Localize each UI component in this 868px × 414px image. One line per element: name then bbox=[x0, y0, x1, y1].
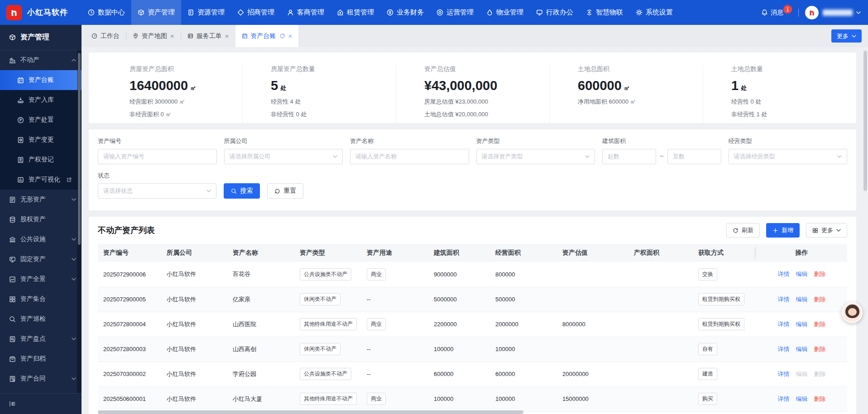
doc-refresh-icon bbox=[17, 137, 24, 143]
build-area-max-input[interactable]: 至数 bbox=[667, 149, 721, 164]
nav-administration[interactable]: 行政办公 bbox=[530, 0, 580, 25]
clock-icon bbox=[88, 9, 95, 16]
nav-business-finance[interactable]: 业务财务 bbox=[380, 0, 430, 25]
nav-asset-management[interactable]: 资产管理 bbox=[131, 0, 181, 25]
sidebar-item-asset-inspection[interactable]: 资产巡检 bbox=[0, 309, 82, 329]
nav-customer-management[interactable]: 客商管理 bbox=[281, 0, 331, 25]
sidebar-item-asset-stocktake[interactable]: 资产盘点 bbox=[0, 329, 82, 349]
detail-link[interactable]: 详情 bbox=[778, 271, 790, 277]
sidebar-item-asset-collection[interactable]: 资产集合 bbox=[0, 289, 82, 309]
delete-link[interactable]: 删除 bbox=[814, 395, 826, 402]
search-button[interactable]: 搜索 bbox=[224, 183, 260, 199]
close-tab-icon[interactable]: × bbox=[288, 33, 293, 39]
coin-icon bbox=[387, 9, 393, 16]
sidebar-item-property-registration[interactable]: 产权登记 bbox=[0, 150, 82, 170]
grid-icon bbox=[812, 228, 818, 233]
detail-link[interactable]: 详情 bbox=[778, 321, 790, 328]
clipboard-search-icon bbox=[9, 336, 16, 343]
username-redacted[interactable] bbox=[823, 10, 853, 16]
tab-workbench[interactable]: 工作台 bbox=[85, 25, 126, 47]
user-menu-caret-icon[interactable] bbox=[856, 11, 861, 14]
asset-name-input[interactable]: 请输入资产名称 bbox=[350, 149, 469, 164]
reset-button[interactable]: 重置 bbox=[267, 183, 303, 199]
operation-type-select[interactable]: 请选择经营类型 bbox=[729, 149, 848, 164]
delete-link[interactable]: 删除 bbox=[814, 321, 826, 328]
sidebar-item-equity-assets[interactable]: 股权资产 bbox=[0, 209, 82, 229]
edit-link[interactable]: 编辑 bbox=[796, 395, 808, 402]
stats-panel: 房屋资产总面积 16400000㎡ 经营面积 3000000 ㎡ 非经营面积 0… bbox=[89, 52, 856, 123]
sidebar-scrollbar-thumb[interactable] bbox=[78, 53, 81, 245]
sidebar-item-asset-disposal[interactable]: 资产处置 bbox=[0, 110, 82, 130]
tab-asset-ledger[interactable]: 资产台账 × bbox=[235, 25, 299, 47]
table-row: 2025072800003 小红马软件 山西高创 休闲类不动产 -- 10000… bbox=[98, 337, 847, 362]
sidebar-item-asset-ledger[interactable]: 资产台账 bbox=[0, 70, 82, 90]
app-logo bbox=[6, 5, 22, 20]
nav-resource-management[interactable]: 资源管理 bbox=[181, 0, 231, 25]
chevron-up-icon bbox=[72, 59, 76, 62]
chevron-down-icon bbox=[585, 155, 590, 158]
messages-button[interactable]: 消息 1 bbox=[761, 9, 792, 17]
page-scrollbar-thumb[interactable] bbox=[863, 51, 867, 191]
table-row: 2025072900006 小红马软件 百花谷 公共设施类不动产 商业 9000… bbox=[98, 262, 847, 287]
plus-icon bbox=[772, 228, 778, 233]
tabbar-more-button[interactable]: 更多 bbox=[831, 29, 862, 43]
list-more-button[interactable]: 更多 bbox=[806, 223, 847, 238]
sidebar-item-asset-archive[interactable]: 资产归档 bbox=[0, 349, 82, 369]
sidebar-submenu-real-estate: 资产台账 资产入库 资产处置 资产变更 产权登记 资产可视化 bbox=[0, 70, 82, 190]
detail-link[interactable]: 详情 bbox=[778, 395, 790, 402]
sidebar-collapse-button[interactable] bbox=[0, 393, 82, 414]
company-select[interactable]: 请选择所属公司 bbox=[224, 149, 343, 164]
user-avatar[interactable] bbox=[805, 6, 819, 19]
refresh-tab-icon[interactable] bbox=[279, 33, 285, 39]
col-actions: 操作 bbox=[756, 244, 847, 262]
edit-link[interactable]: 编辑 bbox=[796, 271, 808, 277]
monitor-icon bbox=[536, 9, 543, 16]
edit-link[interactable]: 编辑 bbox=[796, 346, 808, 352]
edit-link[interactable]: 编辑 bbox=[796, 296, 808, 303]
edit-link[interactable]: 编辑 bbox=[796, 321, 808, 328]
close-tab-icon[interactable]: × bbox=[225, 33, 229, 39]
col-asset-type: 资产类型 bbox=[294, 244, 361, 262]
sidebar-scrollbar[interactable] bbox=[77, 50, 82, 393]
sidebar-item-fixed-assets[interactable]: 固定资产 bbox=[0, 249, 82, 269]
nav-investment-management[interactable]: 招商管理 bbox=[231, 0, 281, 25]
build-area-min-input[interactable]: 起数 bbox=[602, 149, 656, 164]
col-asset-name: 资产名称 bbox=[227, 244, 294, 262]
asset-type-tag: 公共设施类不动产 bbox=[300, 368, 351, 380]
sidebar-item-public-facilities[interactable]: 公共设施 bbox=[0, 229, 82, 249]
detail-link[interactable]: 详情 bbox=[778, 346, 790, 352]
delete-link[interactable]: 删除 bbox=[814, 296, 826, 303]
nav-smart-iot[interactable]: 智慧物联 bbox=[580, 0, 629, 25]
asset-code-input[interactable]: 请输入资产编号 bbox=[98, 149, 217, 164]
col-asset-code: 资产编号 bbox=[98, 244, 161, 262]
asset-table: 资产编号 所属公司 资产名称 资产类型 资产用途 建筑面积 经营面积 资产估值 … bbox=[98, 244, 847, 412]
horizontal-scrollbar-thumb[interactable] bbox=[98, 410, 523, 414]
detail-link[interactable]: 详情 bbox=[778, 371, 790, 377]
sidebar-group-real-estate[interactable]: 不动产 bbox=[0, 50, 82, 70]
add-button[interactable]: 新增 bbox=[766, 223, 800, 238]
stat-unit: 处 bbox=[741, 85, 747, 91]
delete-link[interactable]: 删除 bbox=[814, 271, 826, 277]
close-tab-icon[interactable]: × bbox=[170, 33, 174, 39]
asset-type-select[interactable]: 请选择资产类型 bbox=[476, 149, 595, 164]
assistant-avatar[interactable] bbox=[842, 302, 863, 323]
table-header-row: 资产编号 所属公司 资产名称 资产类型 资产用途 建筑面积 经营面积 资产估值 … bbox=[98, 244, 847, 262]
refresh-button[interactable]: 刷新 bbox=[726, 223, 760, 238]
tab-asset-map[interactable]: 资产地图 × bbox=[126, 25, 181, 47]
nav-data-center[interactable]: 数据中心 bbox=[82, 0, 131, 25]
nav-system-settings[interactable]: 系统设置 bbox=[629, 0, 679, 25]
sidebar-item-asset-change[interactable]: 资产变更 bbox=[0, 130, 82, 150]
tab-service-order[interactable]: 服务工单 × bbox=[181, 25, 235, 47]
sidebar-item-asset-contract[interactable]: 资产合同 bbox=[0, 369, 82, 389]
bank-icon bbox=[9, 236, 16, 243]
sidebar-item-asset-inbound[interactable]: 资产入库 bbox=[0, 90, 82, 110]
nav-lease-management[interactable]: 租赁管理 bbox=[331, 0, 380, 25]
status-select[interactable]: 请选择状态 bbox=[98, 183, 216, 199]
nav-operation-management[interactable]: 运营管理 bbox=[430, 0, 480, 25]
detail-link[interactable]: 详情 bbox=[778, 296, 790, 303]
sidebar-item-asset-visualization[interactable]: 资产可视化 bbox=[0, 170, 82, 190]
sidebar-item-intangible-assets[interactable]: 无形资产 bbox=[0, 190, 82, 209]
delete-link[interactable]: 删除 bbox=[814, 346, 826, 352]
nav-property-management[interactable]: 物业管理 bbox=[480, 0, 530, 25]
sidebar-item-asset-panorama[interactable]: 资产全景 bbox=[0, 269, 82, 289]
